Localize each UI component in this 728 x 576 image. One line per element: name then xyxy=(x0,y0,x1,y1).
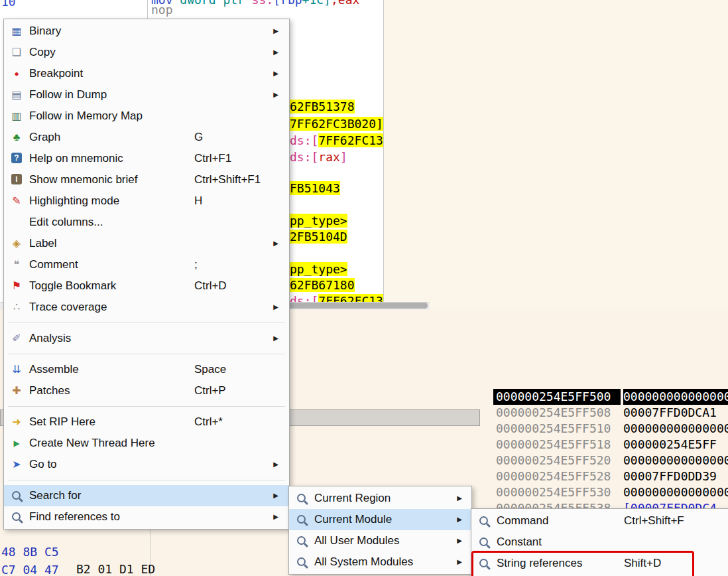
menu-separator xyxy=(8,354,285,354)
chevron-right-icon: ▶ xyxy=(273,297,278,318)
menu-item-label: Constant xyxy=(497,532,542,553)
binary-icon: ▦ xyxy=(10,25,23,37)
stack-value: 00007FFD0DCA1 xyxy=(623,405,717,421)
chevron-right-icon: ▶ xyxy=(273,42,278,63)
comments-column-background xyxy=(384,0,728,309)
stack-address: 000000254E5FF530 xyxy=(493,484,621,500)
stack-row[interactable]: 000000254E5FF528 00007FFD0DD39 xyxy=(493,468,728,484)
menu-item-label: Comment xyxy=(29,254,78,275)
menu-item-all-system-modules[interactable]: All System Modules ▶ xyxy=(289,551,471,573)
menu-item-shortcut: Ctrl+F1 xyxy=(194,148,231,169)
menu-item-analysis[interactable]: ✐ Analysis ▶ xyxy=(4,328,289,349)
menu-item-label: Set RIP Here xyxy=(29,411,95,433)
menu-item-label: Patches xyxy=(29,380,70,401)
menu-item-toggle-bookmark[interactable]: ⚑ Toggle Bookmark Ctrl+D xyxy=(4,275,289,297)
column-divider xyxy=(383,0,384,303)
highlighter-icon: ✎ xyxy=(10,195,23,207)
disasm-fragment[interactable]: pp_type> xyxy=(290,262,347,277)
menu-item-shortcut: Shift+D xyxy=(624,553,661,574)
stack-row[interactable]: 000000254E5FF508 00007FFD0DCA1 xyxy=(493,405,728,421)
string-references-search-icon xyxy=(479,559,488,567)
current-module-submenu: Command Ctrl+Shift+F Constant String ref… xyxy=(471,508,728,576)
menu-item-create-new-thread-here[interactable]: ▶ Create New Thread Here xyxy=(4,433,289,454)
menu-item-go-to[interactable]: ➤ Go to ▶ xyxy=(4,454,289,475)
menu-item-shortcut: Ctrl+* xyxy=(194,411,223,433)
menu-item-label: Graph xyxy=(29,127,60,148)
menu-item-follow-in-dump[interactable]: ▤ Follow in Dump ▶ xyxy=(4,84,289,106)
menu-item-search-for[interactable]: Search for ▶ xyxy=(4,485,289,506)
assemble-icon: ⇊ xyxy=(10,364,23,376)
stack-address: 000000254E5FF508 xyxy=(493,405,621,421)
disasm-fragment[interactable]: pp_type> xyxy=(290,214,347,228)
menu-item-copy[interactable]: ❏ Copy ▶ xyxy=(4,42,289,63)
stack-row[interactable]: 000000254E5FF510 000000000000000 xyxy=(493,421,728,437)
menu-item-shortcut: H xyxy=(194,190,202,212)
menu-item-label[interactable]: ◈ Label ▶ xyxy=(4,233,289,254)
disasm-fragment[interactable]: FB51043 xyxy=(290,181,340,196)
menu-item-patches[interactable]: ✚ Patches Ctrl+P xyxy=(4,380,289,401)
menu-item-breakpoint[interactable]: ● Breakpoint ▶ xyxy=(4,63,289,84)
menu-separator xyxy=(8,323,285,323)
menu-item-command[interactable]: Command Ctrl+Shift+F xyxy=(471,510,728,532)
chevron-right-icon: ▶ xyxy=(457,488,462,509)
menu-item-highlighting-mode[interactable]: ✎ Highlighting mode H xyxy=(4,190,289,212)
stack-row[interactable]: 000000254E5FF530 000000000000000 xyxy=(493,484,728,500)
menu-item-trace-coverage[interactable]: ∴ Trace coverage ▶ xyxy=(4,297,289,318)
new-thread-icon: ▶ xyxy=(10,437,23,449)
disasm-fragment[interactable]: ds:[rax] xyxy=(290,150,347,165)
chevron-right-icon: ▶ xyxy=(273,454,278,475)
disasm-fragment[interactable]: ds:[7FF62FC13 xyxy=(290,133,383,148)
menu-item-edit-columns[interactable]: Edit columns... xyxy=(4,212,289,233)
stack-value: 000000000000000 xyxy=(623,484,728,500)
dump-row[interactable]: 4C 8B C7 49 8B CF 0F .oèy....ÀL.ÇI.Ï. xyxy=(0,562,292,576)
menu-item-shortcut: Ctrl+Shift+F xyxy=(624,510,684,532)
menu-item-graph[interactable]: ♣ Graph G xyxy=(4,127,289,148)
menu-item-label: Follow in Dump xyxy=(29,84,107,106)
menu-item-label: Create New Thread Here xyxy=(29,433,155,454)
stack-row-selected[interactable]: 000000254E5FF500 000000000000000 xyxy=(493,389,728,405)
menu-item-constant[interactable]: Constant xyxy=(471,532,728,553)
menu-item-binary[interactable]: ▦ Binary ▶ xyxy=(4,21,289,42)
disasm-instruction-fragment: mov dword ptr ss:[rbp+1C],eax xyxy=(151,0,359,7)
search-icon xyxy=(12,491,21,500)
menu-item-label: Current Region xyxy=(314,488,391,509)
menu-item-label: Label xyxy=(29,233,57,254)
stack-value: 00007FFD0DD39 xyxy=(623,468,717,484)
menu-item-show-mnemonic-brief[interactable]: i Show mnemonic brief Ctrl+Shift+F1 xyxy=(4,169,289,190)
menu-item-string-references[interactable]: String references Shift+D xyxy=(471,553,728,574)
copy-icon: ❏ xyxy=(10,46,23,58)
menu-item-follow-in-memory-map[interactable]: ▥ Follow in Memory Map xyxy=(4,106,289,127)
disasm-fragment[interactable]: 62FB51378 xyxy=(290,100,355,114)
menu-item-comment[interactable]: ❝ Comment ; xyxy=(4,254,289,275)
menu-item-label: Analysis xyxy=(29,328,71,349)
goto-icon: ➤ xyxy=(10,459,23,470)
disasm-fragment[interactable]: 7FF62FC3B020] xyxy=(290,117,383,131)
rip-arrow-icon: ➜ xyxy=(10,416,23,428)
breakpoint-icon: ● xyxy=(10,68,23,80)
menu-item-shortcut: Ctrl+D xyxy=(194,275,227,297)
chevron-right-icon: ▶ xyxy=(273,485,278,506)
menu-item-label: Find references to xyxy=(29,506,120,528)
command-search-icon xyxy=(479,516,488,525)
disasm-fragment[interactable]: 62FB67180 xyxy=(290,278,355,293)
stack-row[interactable]: 000000254E5FF520 000000000000000 xyxy=(493,453,728,468)
menu-item-shortcut: Space xyxy=(194,359,226,380)
context-menu: ▦ Binary ▶ ❏ Copy ▶ ● Breakpoint ▶ ▤ Fol… xyxy=(3,19,290,530)
menu-item-current-module[interactable]: Current Module ▶ xyxy=(289,509,471,530)
menu-item-find-references-to[interactable]: Find references to ▶ xyxy=(4,506,289,528)
menu-item-label: Current Module xyxy=(314,509,392,530)
menu-item-label: Copy xyxy=(29,42,56,63)
menu-item-assemble[interactable]: ⇊ Assemble Space xyxy=(4,359,289,380)
menu-item-label: Binary xyxy=(29,21,61,42)
menu-item-label: String references xyxy=(497,553,582,574)
menu-item-current-region[interactable]: Current Region ▶ xyxy=(289,488,471,509)
disasm-nop-instruction: nop xyxy=(151,3,173,17)
menu-item-set-rip-here[interactable]: ➜ Set RIP Here Ctrl+* xyxy=(4,411,289,433)
disasm-fragment[interactable]: 2FB5104D xyxy=(290,230,347,244)
menu-item-help-on-mnemonic[interactable]: ? Help on mnemonic Ctrl+F1 xyxy=(4,148,289,169)
stack-value: 000000000000000 xyxy=(623,453,728,468)
dump-row[interactable]: C7 04 47 2E 00 66 89 H.ÏHÑèÿÅfÇ.G..f. xyxy=(0,544,292,561)
stack-row[interactable]: 000000254E5FF518 000000254E5FF xyxy=(493,437,728,453)
menu-item-all-user-modules[interactable]: All User Modules ▶ xyxy=(289,530,471,551)
stack-address: 000000254E5FF518 xyxy=(493,437,621,453)
